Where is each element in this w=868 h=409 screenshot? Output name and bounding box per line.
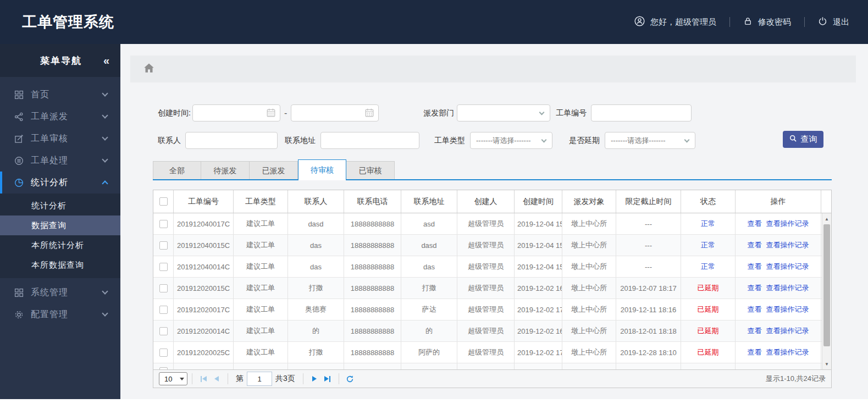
cell-type: 建议工单 [234,320,288,342]
cell-type: 建议工单 [234,278,288,299]
view-operation-log-link[interactable]: 查看操作记录 [766,347,809,357]
sidebar-item-6[interactable]: 配置管理 [0,303,120,325]
next-page-button[interactable] [308,372,321,385]
cell-order_no: 201912040017C [174,213,234,235]
cell-empty [562,363,616,369]
pie-chart-icon [14,178,24,187]
cell-status: 已延期 [681,278,736,299]
cell-created: 2019-12-04 15 [515,256,562,278]
row-checkbox[interactable] [159,284,168,292]
sidebar-item-5[interactable]: 系统管理 [0,281,120,303]
contact-input[interactable] [185,132,278,149]
view-operation-log-link[interactable]: 查看操作记录 [766,283,809,293]
order-type-select[interactable]: -------请选择------- [470,132,552,149]
address-input[interactable] [320,132,419,149]
cell-actions: 查看查看操作记录 [736,235,821,256]
view-link[interactable]: 查看 [748,347,762,357]
cell-creator: 超级管理员 [457,342,515,363]
sidebar-item-2[interactable]: 工单审核 [0,128,120,150]
row-checkbox[interactable] [159,349,168,357]
row-checkbox[interactable] [159,241,168,250]
view-operation-log-link[interactable]: 查看操作记录 [766,262,809,272]
home-icon[interactable] [143,63,154,75]
prev-page-button[interactable] [210,372,223,385]
pager-divider [228,373,228,384]
dispatch-dept-select[interactable] [457,104,550,121]
sidebar-submenu: 统计分析数据查询本所统计分析本所数据查询 [0,194,120,278]
cell-actions: 查看查看操作记录 [736,299,821,320]
create-time-start-input[interactable] [192,104,280,121]
page-size-value: 10 [164,375,172,383]
refresh-button[interactable] [344,372,357,385]
cell-actions: 查看查看操作记录 [736,342,821,363]
sidebar-subitem-2[interactable]: 本所统计分析 [0,235,120,255]
delay-label: 是否延期 [569,136,600,146]
row-checkbox[interactable] [159,263,168,271]
scrollbar-thumb[interactable] [823,224,830,346]
view-link[interactable]: 查看 [748,305,762,314]
tab-1[interactable]: 待派发 [201,161,250,180]
cell-created: 2019-12-02 17 [515,342,562,363]
view-link[interactable]: 查看 [748,240,762,250]
table-rows: 201912040017C建议工单dasd18888888888asd超级管理员… [153,213,831,369]
view-operation-log-link[interactable]: 查看操作记录 [766,326,809,336]
order-no-input[interactable] [591,104,692,121]
column-header: 限定截止时间 [616,190,681,213]
cell-address: 的 [401,320,457,342]
tab-2[interactable]: 已派发 [250,161,298,180]
search-button[interactable]: 查询 [783,131,823,148]
create-time-end-input[interactable] [291,104,379,121]
view-link[interactable]: 查看 [748,262,762,272]
app-header: 工单管理系统 您好，超级管理员 修改密码 退出 [0,0,868,44]
delay-select[interactable]: -------请选择------- [605,132,695,149]
cell-address: 萨达 [401,299,457,320]
page-size-select[interactable]: 10 [159,372,187,385]
scroll-up-icon[interactable]: ▲ [822,214,831,223]
range-separator: - [284,108,287,118]
view-link[interactable]: 查看 [748,219,762,229]
view-operation-log-link[interactable]: 查看操作记录 [766,305,809,314]
sidebar-item-0[interactable]: 首页 [0,84,120,106]
cell-empty [174,363,234,369]
scroll-down-icon[interactable]: ▼ [822,360,831,368]
row-checkbox[interactable] [159,327,168,335]
sidebar-subitem-0[interactable]: 统计分析 [0,196,120,215]
tab-3[interactable]: 待审核 [298,159,346,180]
tab-4[interactable]: 已审核 [346,161,395,180]
page-number-input[interactable] [247,372,272,386]
cell-empty [515,363,562,369]
sidebar-subitem-1[interactable]: 数据查询 [0,215,120,235]
cell-target: 墩上中心所 [562,278,616,299]
cell-empty [401,363,457,369]
vertical-scrollbar[interactable]: ▲ ▼ [822,213,831,369]
sidebar-item-3[interactable]: 工单处理 [0,150,120,172]
column-header: 工单类型 [234,190,288,213]
cell-order_no: 201912020014C [174,320,234,342]
chevron-down-icon [684,137,690,143]
sidebar-subitem-3[interactable]: 本所数据查询 [0,255,120,275]
collapse-sidebar-button[interactable]: « [103,54,108,67]
sidebar: 菜单导航 « 首页工单派发工单审核工单处理统计分析统计分析数据查询本所统计分析本… [0,44,120,399]
view-link[interactable]: 查看 [748,283,762,293]
logout-label: 退出 [833,17,849,27]
user-greeting[interactable]: 您好，超级管理员 [634,16,716,28]
sidebar-item-4[interactable]: 统计分析 [0,172,120,194]
last-page-button[interactable] [321,372,334,385]
calendar-icon[interactable] [266,108,276,120]
select-all-checkbox[interactable] [159,197,168,206]
row-checkbox[interactable] [159,220,168,228]
row-checkbox[interactable] [159,367,168,369]
table-header: 工单编号工单类型联系人联系电话联系地址创建人创建时间派发对象限定截止时间状态操作 [153,190,831,213]
view-operation-log-link[interactable]: 查看操作记录 [766,240,809,250]
cell-creator: 超级管理员 [457,278,515,299]
table-row-partial [153,363,831,369]
sidebar-item-1[interactable]: 工单派发 [0,106,120,128]
calendar-icon[interactable] [364,108,374,120]
logout-button[interactable]: 退出 [818,16,849,27]
tab-0[interactable]: 全部 [153,161,201,180]
view-operation-log-link[interactable]: 查看操作记录 [766,219,809,229]
view-link[interactable]: 查看 [748,326,762,336]
change-password-button[interactable]: 修改密码 [743,16,791,27]
row-checkbox[interactable] [159,306,168,314]
first-page-button[interactable] [197,372,210,385]
